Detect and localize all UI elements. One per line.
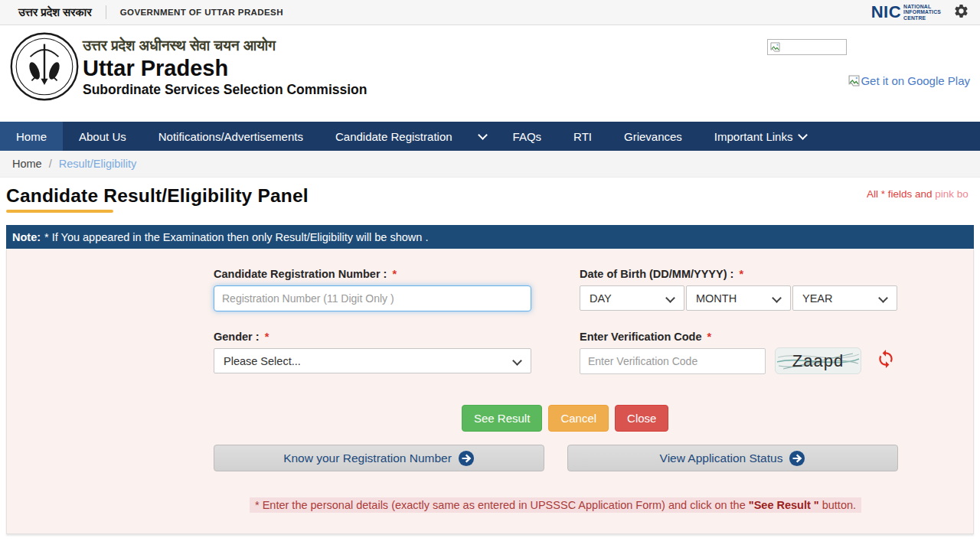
year-select[interactable]: YEAR xyxy=(792,285,897,311)
gender-group: Gender : * Please Select... xyxy=(214,331,531,373)
dob-group: Date of Birth (DD/MM/YYYY) : * DAY MONTH… xyxy=(580,268,903,311)
month-select[interactable]: MONTH xyxy=(686,285,791,311)
verification-code-input[interactable] xyxy=(580,348,766,374)
google-play-link[interactable]: Get it on Google Play xyxy=(848,74,970,87)
know-registration-number-button[interactable]: Know your Registration Number xyxy=(214,445,544,471)
arrow-right-circle-icon xyxy=(458,450,475,467)
title-underline xyxy=(6,210,113,213)
title-row: Candidate Result/Eligibility Panel All *… xyxy=(0,178,980,225)
nav-item-rti[interactable]: RTI xyxy=(557,122,608,151)
breadcrumb-current: Result/Eligibility xyxy=(59,158,137,170)
gender-select[interactable]: Please Select... xyxy=(214,348,531,373)
main-navigation: Home About Us Notifications/Advertisemen… xyxy=(0,122,980,151)
nic-full-name: NATIONAL INFORMATICS CENTRE xyxy=(903,4,941,21)
note-label: Note: xyxy=(12,231,41,243)
nav-item-grievances[interactable]: Grievances xyxy=(608,122,698,151)
breadcrumb: Home / Result/Eligibility xyxy=(0,151,980,178)
nav-item-notifications[interactable]: Notifications/Advertisements xyxy=(142,122,319,151)
nav-item-faqs[interactable]: FAQs xyxy=(497,122,558,151)
commission-name-hindi: उत्तर प्रदेश अधीनस्थ सेवा चयन आयोग xyxy=(83,37,368,54)
gear-icon[interactable] xyxy=(953,3,969,22)
nav-item-home[interactable]: Home xyxy=(0,122,63,151)
mandatory-fields-note: All * fields and pink bo xyxy=(867,188,980,200)
nav-item-about-us[interactable]: About Us xyxy=(63,122,142,151)
broken-image-placeholder xyxy=(767,39,847,55)
chevron-down-icon xyxy=(478,130,488,140)
view-application-status-button[interactable]: View Application Status xyxy=(567,445,898,471)
broken-image-icon xyxy=(770,42,780,52)
nav-item-important-links[interactable]: Important Links xyxy=(698,122,823,151)
dob-label: Date of Birth (DD/MM/YYYY) : * xyxy=(580,268,903,280)
nic-abbr: NIC xyxy=(871,4,901,21)
breadcrumb-separator: / xyxy=(49,158,52,170)
chevron-down-icon xyxy=(665,293,675,303)
candidate-registration-dropdown-toggle[interactable] xyxy=(469,122,497,151)
nic-logo[interactable]: NIC NATIONAL INFORMATICS CENTRE xyxy=(871,4,941,21)
page-title: Candidate Result/Eligibility Panel xyxy=(6,185,309,207)
chevron-down-icon xyxy=(878,293,888,303)
registration-number-group: Candidate Registration Number : * xyxy=(214,268,531,311)
registration-number-input[interactable] xyxy=(214,285,531,311)
up-state-emblem-icon xyxy=(9,31,80,105)
state-name: Uttar Pradesh xyxy=(83,57,368,80)
site-header: उत्तर प्रदेश अधीनस्थ सेवा चयन आयोग Uttar… xyxy=(0,25,980,122)
see-result-button[interactable]: See Result xyxy=(462,405,542,432)
refresh-captcha-icon[interactable] xyxy=(876,349,896,372)
nav-item-candidate-registration[interactable]: Candidate Registration xyxy=(319,122,469,151)
captcha-image: Zaapd xyxy=(775,347,861,374)
gender-label: Gender : * xyxy=(214,331,531,343)
chevron-down-icon xyxy=(512,356,522,366)
commission-name: Subordinate Services Selection Commissio… xyxy=(83,82,368,98)
verification-group: Enter Verification Code * Zaapd xyxy=(580,331,916,374)
day-select[interactable]: DAY xyxy=(580,285,684,311)
captcha-text: Zaapd xyxy=(792,351,844,371)
note-text: * If You appeared in the Examination the… xyxy=(44,231,428,243)
result-eligibility-form-panel: Candidate Registration Number : * Date o… xyxy=(6,249,974,534)
government-topbar: उत्तर प्रदेश सरकार GOVERNMENT OF UTTAR P… xyxy=(0,0,980,25)
google-play-label: Get it on Google Play xyxy=(861,74,970,87)
cancel-button[interactable]: Cancel xyxy=(548,405,609,432)
instructions-note: * Enter the personal details (exactly sa… xyxy=(250,497,861,513)
chevron-down-icon xyxy=(772,293,782,303)
topbar-hindi-title: उत्तर प्रदेश सरकार xyxy=(0,5,106,19)
note-bar: Note: * If You appeared in the Examinati… xyxy=(6,225,974,249)
close-button[interactable]: Close xyxy=(615,405,668,432)
verification-label: Enter Verification Code * xyxy=(580,331,916,343)
registration-number-label: Candidate Registration Number : * xyxy=(214,268,531,280)
action-buttons: See Result Cancel Close xyxy=(462,405,668,432)
topbar-government-title: GOVERNMENT OF UTTAR PRADESH xyxy=(106,8,283,17)
arrow-right-circle-icon xyxy=(789,450,805,467)
breadcrumb-home[interactable]: Home xyxy=(12,158,42,170)
broken-image-icon xyxy=(848,75,860,86)
chevron-down-icon xyxy=(799,130,808,140)
